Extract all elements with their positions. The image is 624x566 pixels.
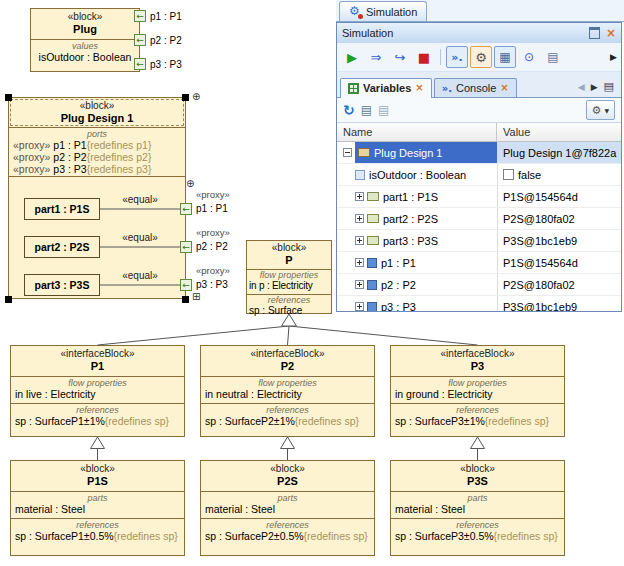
tab-label: Console [456,82,496,94]
redefines-text: {redefines p3} [87,163,152,175]
proxy-port[interactable]: ← [134,34,146,46]
log-icon: ▤ [547,51,558,63]
part-box-part3[interactable]: part3 : P3S [24,274,100,296]
table-row-part2[interactable]: part2 : P2S P2S@180fa02 [337,208,621,230]
expand-icon[interactable] [355,280,364,289]
block-p3[interactable]: «interfaceBlock» P3 flow properties in g… [390,345,565,437]
compartment-label: references [15,405,180,415]
proxy-port[interactable]: ← [180,203,192,215]
collapse-icon[interactable] [343,148,352,157]
table-row-plug-design-1[interactable]: Plug Design 1 Plug Design 1@7f822a [337,142,621,164]
port-icon [367,258,377,268]
toolbar-overflow-icon[interactable]: ▶ [610,52,617,62]
table-row-p2[interactable]: p2 : P2 P2S@180fa02 [337,274,621,296]
stop-button[interactable]: ■ [413,46,435,68]
reference-property: sp : SurfaceP1±1%{redefines sp} [15,415,180,427]
part-box-part2[interactable]: part2 : P2S [24,236,100,258]
table-row-part1[interactable]: part1 : P1S P1S@154564d [337,186,621,208]
value-cell[interactable]: P3S@1bc1eb9 [497,296,621,311]
row-value: P3S@1bc1eb9 [503,235,577,247]
export-icon[interactable]: ▤ [361,104,372,116]
value-cell[interactable]: P1S@154564d [497,252,621,273]
add-port-handle-icon[interactable]: ⊕ [186,179,194,189]
flow-property: in ground : Electricity [395,388,560,400]
checkbox[interactable] [503,169,514,180]
animate-button[interactable]: ⇒ [365,46,387,68]
flow-property: in neutral : Electricity [205,388,370,400]
selection-handle[interactable] [5,296,12,303]
port-text: p3 : P3 [53,163,86,175]
add-element-handle-icon[interactable]: ⊕ [192,92,200,102]
block-name: P [249,254,329,267]
step-button[interactable]: ↪ [389,46,411,68]
expand-icon[interactable] [355,258,364,267]
table-options-button[interactable]: ⚙ ▼ [586,100,616,120]
column-header-value[interactable]: Value [497,123,621,141]
value-cell[interactable]: P2S@180fa02 [497,208,621,229]
block-p2[interactable]: «interfaceBlock» P2 flow properties in n… [200,345,375,437]
selection-handle[interactable] [182,296,189,303]
expand-icon[interactable] [355,214,364,223]
table-row-p1[interactable]: p1 : P1 P1S@154564d [337,252,621,274]
table-row-isoutdoor[interactable]: isOutdoor : Boolean false [337,164,621,186]
panel-title: Simulation [342,27,393,39]
value-cell[interactable]: P1S@154564d [497,186,621,207]
value-cell[interactable]: P2S@180fa02 [497,274,621,295]
import-icon[interactable]: ▤ [378,104,389,116]
block-p1s[interactable]: «block» P1S parts material : Steel refer… [10,460,185,556]
expand-icon[interactable] [355,302,364,311]
simulation-log-button[interactable]: ▤ [542,46,564,68]
name-cell: isOutdoor : Boolean [337,164,497,185]
expand-icon[interactable] [355,236,364,245]
simulation-icon: ⚙ [349,5,362,18]
value-cell[interactable]: Plug Design 1@7f822a [497,142,621,163]
value-cell[interactable]: P3S@1bc1eb9 [497,230,621,251]
port-label: p2 : P2 [196,241,228,252]
tab-console[interactable]: ». Console × [434,78,517,97]
selection-handle[interactable] [5,94,12,101]
block-header: «block» Plug Design 1 [9,98,185,128]
close-tab-icon[interactable]: × [500,83,508,93]
play-button[interactable]: ▶ [341,46,363,68]
tab-variables[interactable]: Variables × [340,78,432,98]
proxy-port[interactable]: ← [134,58,146,70]
redefines-text: {redefines sp} [114,530,178,542]
table-row-part3[interactable]: part3 : P3S P3S@1bc1eb9 [337,230,621,252]
scroll-tabs-right-icon[interactable]: ▶ [591,82,598,92]
port-direction-arrow-icon: ← [136,36,144,45]
compartment-label: flow properties [249,270,329,280]
proxy-port[interactable]: ← [134,10,146,22]
stereotype-label: «block» [249,242,329,254]
animation-speed-button[interactable]: ». [446,46,468,68]
float-window-icon[interactable] [589,27,600,39]
simulation-options-button[interactable]: ⚙ [470,46,492,68]
simulation-titlebar[interactable]: Simulation × [337,23,621,43]
block-p2s[interactable]: «block» P2S parts material : Steel refer… [200,460,375,556]
scroll-tabs-left-icon[interactable]: ◀ [578,82,585,92]
refresh-icon[interactable]: ↻ [343,103,355,117]
breakpoints-button[interactable]: ⊙ [518,46,540,68]
block-p[interactable]: «block» P flow properties in p : Electri… [246,240,332,314]
proxy-port[interactable]: ← [180,279,192,291]
value-property: isOutdoor : Boolean [35,51,135,63]
column-header-name[interactable]: Name [337,123,497,141]
value-cell[interactable]: false [497,164,621,185]
proxy-port[interactable]: ← [180,241,192,253]
row-value: P1S@154564d [503,257,578,269]
tab-list-menu-icon[interactable]: ▤ [604,80,614,93]
expand-icon[interactable] [355,192,364,201]
dock-tab-simulation[interactable]: ⚙ Simulation [339,1,427,21]
block-p3s[interactable]: «block» P3S parts material : Steel refer… [390,460,565,556]
close-tab-icon[interactable]: × [415,83,423,93]
selection-handle[interactable] [182,94,189,101]
part-property-icon [367,192,379,201]
block-p1[interactable]: «interfaceBlock» P1 flow properties in l… [10,345,185,437]
name-cell: p1 : P1 [337,252,497,273]
compartment-label: ports [13,129,181,139]
simulation-config-button[interactable]: ▦ [494,46,516,68]
block-plug[interactable]: «block» Plug values isOutdoor : Boolean [30,8,140,72]
table-row-p3[interactable]: p3 : P3 P3S@1bc1eb9 [337,296,621,311]
part-box-part1[interactable]: part1 : P1S [24,198,100,220]
close-icon[interactable]: × [606,27,616,39]
expand-handle-icon[interactable]: ⊞ [192,292,200,302]
